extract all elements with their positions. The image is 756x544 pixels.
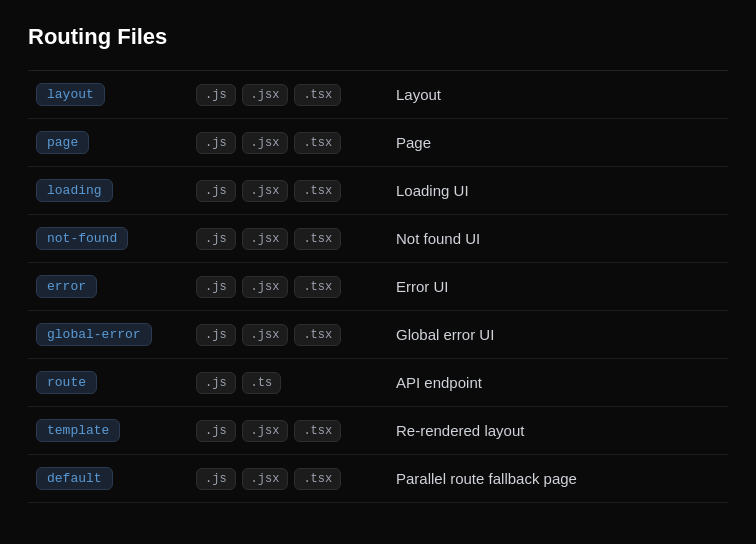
table-row: route.js.tsAPI endpoint (28, 359, 728, 407)
table-row: default.js.jsx.tsxParallel route fallbac… (28, 455, 728, 503)
table-row: not-found.js.jsx.tsxNot found UI (28, 215, 728, 263)
route-name-badge: default (36, 467, 113, 490)
extension-badge: .tsx (294, 84, 341, 106)
table-row: error.js.jsx.tsxError UI (28, 263, 728, 311)
extension-badge: .js (196, 180, 236, 202)
extension-badge: .jsx (242, 228, 289, 250)
extension-badge: .tsx (294, 132, 341, 154)
route-description: Global error UI (388, 311, 728, 359)
route-name-badge: layout (36, 83, 105, 106)
extension-badges: .js.jsx.tsx (196, 468, 380, 490)
extension-badge: .jsx (242, 420, 289, 442)
extension-badge: .tsx (294, 276, 341, 298)
extension-badge: .tsx (294, 324, 341, 346)
extension-badges: .js.jsx.tsx (196, 132, 380, 154)
extension-badge: .jsx (242, 324, 289, 346)
route-description: Error UI (388, 263, 728, 311)
route-name-badge: not-found (36, 227, 128, 250)
extension-badges: .js.jsx.tsx (196, 228, 380, 250)
route-description: Not found UI (388, 215, 728, 263)
extension-badge: .tsx (294, 420, 341, 442)
routing-table: layout.js.jsx.tsxLayoutpage.js.jsx.tsxPa… (28, 71, 728, 503)
extension-badge: .jsx (242, 468, 289, 490)
extension-badge: .jsx (242, 84, 289, 106)
extension-badge: .js (196, 324, 236, 346)
route-name-badge: template (36, 419, 120, 442)
route-name-badge: global-error (36, 323, 152, 346)
table-row: layout.js.jsx.tsxLayout (28, 71, 728, 119)
extension-badges: .js.jsx.tsx (196, 84, 380, 106)
route-description: Page (388, 119, 728, 167)
table-row: global-error.js.jsx.tsxGlobal error UI (28, 311, 728, 359)
extension-badge: .js (196, 276, 236, 298)
page-title: Routing Files (28, 24, 728, 50)
extension-badge: .js (196, 420, 236, 442)
route-name-badge: route (36, 371, 97, 394)
extension-badges: .js.ts (196, 372, 380, 394)
table-row: template.js.jsx.tsxRe-rendered layout (28, 407, 728, 455)
extension-badge: .js (196, 228, 236, 250)
table-row: loading.js.jsx.tsxLoading UI (28, 167, 728, 215)
route-description: Loading UI (388, 167, 728, 215)
route-name-badge: page (36, 131, 89, 154)
route-name-badge: loading (36, 179, 113, 202)
route-name-badge: error (36, 275, 97, 298)
extension-badge: .js (196, 132, 236, 154)
route-description: Parallel route fallback page (388, 455, 728, 503)
extension-badge: .jsx (242, 180, 289, 202)
extension-badges: .js.jsx.tsx (196, 420, 380, 442)
extension-badges: .js.jsx.tsx (196, 180, 380, 202)
extension-badge: .js (196, 84, 236, 106)
route-description: Re-rendered layout (388, 407, 728, 455)
extension-badge: .js (196, 468, 236, 490)
extension-badge: .jsx (242, 132, 289, 154)
extension-badge: .tsx (294, 228, 341, 250)
extension-badge: .js (196, 372, 236, 394)
extension-badges: .js.jsx.tsx (196, 324, 380, 346)
route-description: Layout (388, 71, 728, 119)
extension-badge: .tsx (294, 180, 341, 202)
table-row: page.js.jsx.tsxPage (28, 119, 728, 167)
route-description: API endpoint (388, 359, 728, 407)
extension-badge: .tsx (294, 468, 341, 490)
extension-badge: .jsx (242, 276, 289, 298)
extension-badges: .js.jsx.tsx (196, 276, 380, 298)
extension-badge: .ts (242, 372, 282, 394)
